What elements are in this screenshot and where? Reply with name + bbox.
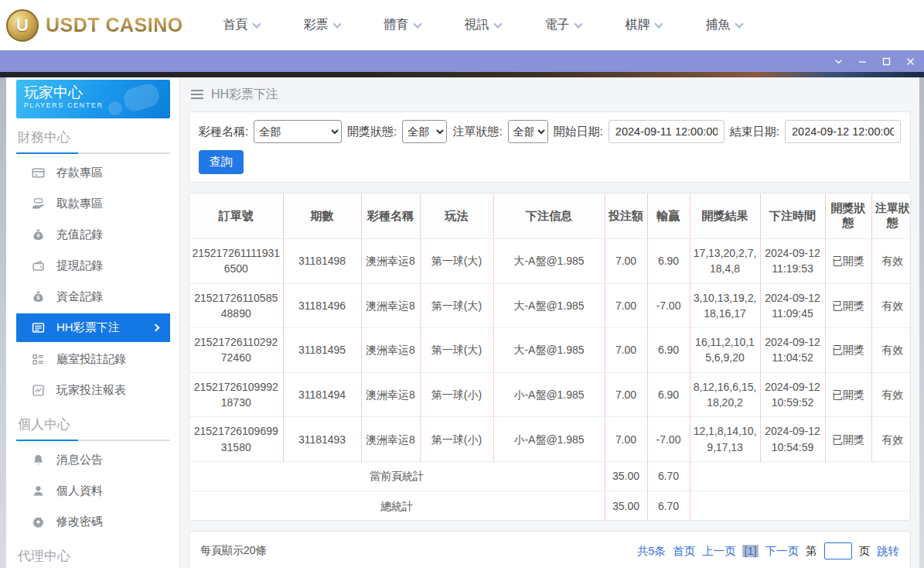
table-cell: 澳洲幸运8 xyxy=(361,372,420,417)
chevron-down-icon xyxy=(654,19,663,28)
start-date-input[interactable] xyxy=(609,120,725,143)
sidebar-item-label: HH彩票下注 xyxy=(56,320,120,335)
table-cell: 31181495 xyxy=(283,328,361,373)
user-icon xyxy=(32,484,45,498)
pager: 共5条 首页 上一页 [1] 下一页 第 页 跳转 xyxy=(637,542,899,559)
hamburger-menu-icon[interactable] xyxy=(191,90,203,99)
table-cell: -7.00 xyxy=(647,417,690,462)
column-header: 下注時間 xyxy=(760,193,825,239)
column-header: 注單狀態 xyxy=(871,193,911,239)
table-cell: 7.00 xyxy=(605,417,647,462)
jump-page-input[interactable] xyxy=(824,542,852,559)
table-cell: 已開獎 xyxy=(825,372,871,417)
sidebar-item-廳室投註記錄[interactable]: 廳室投註記錄 xyxy=(16,344,170,375)
table-cell: 已開獎 xyxy=(825,283,871,328)
column-header: 期數 xyxy=(283,193,361,239)
table-cell: 6.90 xyxy=(647,239,690,284)
table-cell: 31181493 xyxy=(283,417,361,462)
column-header: 訂單號 xyxy=(189,193,283,239)
window-minimize-icon[interactable] xyxy=(851,50,875,72)
filter-panel: 彩種名稱: 全部 開獎狀態: 全部 注單狀態: 全部 開始日期: 結束日期: 查… xyxy=(189,111,911,183)
sidebar-item-個人資料[interactable]: 個人資料 xyxy=(16,475,170,506)
table-cell: 6.90 xyxy=(647,328,690,373)
svg-text:¥: ¥ xyxy=(37,233,40,238)
sidebar-section-label: 財務中心 xyxy=(16,128,170,146)
nav-item-label: 體育 xyxy=(384,17,409,33)
window-chevron-down-icon[interactable] xyxy=(827,50,851,72)
nav-item-label: 棋牌 xyxy=(626,17,650,33)
nav-item-7[interactable]: 捕魚 xyxy=(684,17,764,33)
draw-status-select[interactable]: 全部 xyxy=(402,120,447,143)
table-cell: 已開獎 xyxy=(825,328,871,373)
lottery-name-select[interactable]: 全部 xyxy=(254,120,342,143)
table-cell: 2024-09-12 11:04:52 xyxy=(760,328,825,373)
section-divider xyxy=(16,440,170,441)
table-cell: 8,12,16,6,15,18,20,2 xyxy=(690,372,760,417)
sidebar-item-label: 修改密碼 xyxy=(56,515,103,529)
table-cell: 有效 xyxy=(871,417,911,462)
sidebar-item-存款專區[interactable]: 存款專區 xyxy=(16,157,170,188)
sidebar-item-提現記錄[interactable]: 提現記錄 xyxy=(16,250,170,281)
nav-item-3[interactable]: 體育 xyxy=(362,17,442,33)
brand-name: USDT CASINO xyxy=(46,14,183,36)
nav-item-4[interactable]: 視訊 xyxy=(442,17,523,33)
order-status-label: 注單狀態: xyxy=(452,125,502,139)
sidebar-item-label: 消息公告 xyxy=(56,453,103,467)
summary-label: 總統計 xyxy=(189,491,605,520)
draw-status-label: 開獎狀態: xyxy=(347,125,397,139)
chevron-down-icon xyxy=(493,19,502,28)
table-cell: 7.00 xyxy=(605,283,647,328)
table-cell: 澳洲幸运8 xyxy=(361,417,420,462)
table-cell: -7.00 xyxy=(647,283,690,328)
sidebar-item-label: 取款專區 xyxy=(56,197,103,211)
table-row: 215217261102927246031181495澳洲幸运8第一球(大)大-… xyxy=(189,328,911,373)
table-cell: 2152172611119316500 xyxy=(189,239,283,284)
sidebar-item-label: 存款專區 xyxy=(56,166,103,180)
prev-page-link[interactable]: 上一页 xyxy=(702,544,736,559)
window-close-icon[interactable] xyxy=(898,50,922,72)
end-date-input[interactable] xyxy=(785,120,901,143)
table-row: 215217261105854889031181496澳洲幸运8第一球(大)大-… xyxy=(189,283,911,328)
nav-item-6[interactable]: 棋牌 xyxy=(603,17,684,33)
sidebar-item-玩家投注報表[interactable]: 玩家投注報表 xyxy=(16,375,170,405)
nav-item-1[interactable]: 首頁 xyxy=(201,17,281,33)
nav-item-2[interactable]: 彩票 xyxy=(281,17,362,33)
ticket-list-icon xyxy=(32,321,45,334)
sidebar-item-消息公告[interactable]: 消息公告 xyxy=(16,444,170,475)
start-date-label: 開始日期: xyxy=(554,125,603,139)
summary-empty xyxy=(690,461,911,491)
table-row: 215217261096993158031181493澳洲幸运8第一球(小)小-… xyxy=(189,417,911,462)
sidebar-item-label: 個人資料 xyxy=(56,484,103,498)
table-cell: 已開獎 xyxy=(825,417,871,462)
table-cell: 16,11,2,10,15,6,9,20 xyxy=(690,328,760,373)
search-button[interactable]: 查詢 xyxy=(199,150,244,174)
column-header: 彩種名稱 xyxy=(361,193,420,239)
report-chart-icon xyxy=(32,384,45,397)
sidebar-item-HH彩票下注[interactable]: HH彩票下注 xyxy=(16,313,170,342)
sidebar-item-資金記錄[interactable]: $資金記錄 xyxy=(16,281,170,312)
table-cell: 31181498 xyxy=(283,239,361,284)
next-page-link[interactable]: 下一页 xyxy=(765,544,800,559)
first-page-link[interactable]: 首页 xyxy=(673,544,695,559)
order-status-select[interactable]: 全部 xyxy=(508,120,548,143)
page-size-text: 每頁顯示20條 xyxy=(200,544,267,558)
table-cell: 第一球(大) xyxy=(420,328,493,373)
table-cell: 7.00 xyxy=(605,328,647,373)
money-bag-icon: ¥ xyxy=(32,228,45,241)
window-maximize-icon[interactable] xyxy=(875,50,898,72)
pagination-bar: 每頁顯示20條 共5条 首页 上一页 [1] 下一页 第 页 跳转 xyxy=(189,531,911,568)
summary-winloss-total: 6.70 xyxy=(647,461,690,491)
brand-initial: U xyxy=(16,15,29,36)
table-cell: 2024-09-12 10:54:59 xyxy=(760,417,825,462)
table-cell: 小-A盤@1.985 xyxy=(493,417,605,462)
sidebar-item-修改密碼[interactable]: 修改密碼 xyxy=(16,506,170,537)
sidebar-item-取款專區[interactable]: 取款專區 xyxy=(16,188,170,219)
sidebar-item-充值記錄[interactable]: ¥充值記錄 xyxy=(16,219,170,250)
sidebar-item-label: 充值記錄 xyxy=(56,228,103,242)
jump-button[interactable]: 跳转 xyxy=(877,544,899,559)
gear-icon xyxy=(32,515,45,529)
sidebar-section-label: 代理中心 xyxy=(16,547,170,565)
nav-item-5[interactable]: 電子 xyxy=(523,17,603,33)
nav-item-label: 首頁 xyxy=(223,17,248,33)
column-header: 玩法 xyxy=(420,193,493,239)
